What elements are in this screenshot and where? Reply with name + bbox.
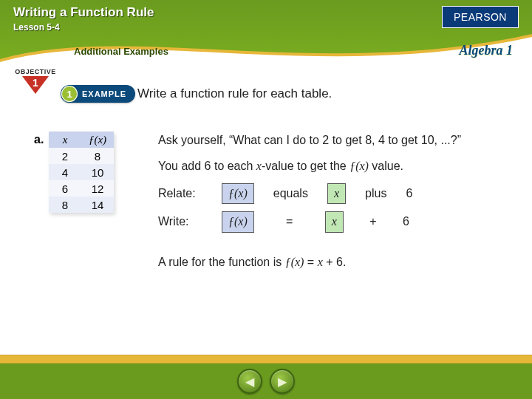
content-body: Ask yourself, “What can I do to 2 to get…: [158, 132, 510, 279]
relate-plus: plus: [365, 185, 386, 203]
footer: ◀ ▶: [0, 364, 532, 399]
write-x-box: x: [325, 211, 344, 233]
table-head-fx: ƒ(x): [81, 132, 114, 148]
example-number: 1: [61, 86, 78, 102]
write-equals: =: [273, 213, 306, 231]
next-button[interactable]: ▶: [270, 369, 295, 394]
course-title: Algebra 1: [459, 43, 513, 58]
example-label: EXAMPLE: [82, 89, 126, 98]
table-row: 410: [49, 164, 114, 180]
additional-examples-label: Additional Examples: [74, 46, 168, 57]
write-const: 6: [403, 213, 409, 231]
example-pill: 1 EXAMPLE: [61, 85, 135, 103]
chevron-right-icon: ▶: [278, 375, 287, 389]
part-label: a.: [34, 133, 44, 146]
lesson-label: Lesson 5-4: [13, 22, 60, 33]
rule-line: A rule for the function is ƒ(x) = x + 6.: [158, 253, 510, 272]
table-row: 814: [49, 197, 114, 213]
function-table: x ƒ(x) 28 410 612 814: [49, 132, 114, 213]
table-row: 612: [49, 180, 114, 197]
write-plus: +: [363, 213, 383, 231]
write-fx-box: ƒ(x): [222, 211, 254, 233]
table-head-x: x: [49, 132, 81, 148]
objective-number: 1: [31, 77, 40, 89]
bottom-divider: [0, 355, 532, 364]
chevron-left-icon: ◀: [245, 375, 254, 389]
objective-label: OBJECTIVE: [13, 68, 58, 75]
relate-x-box: x: [327, 183, 346, 205]
prev-button[interactable]: ◀: [237, 369, 262, 394]
relate-equals: equals: [273, 185, 308, 203]
write-row: Write: ƒ(x) = x + 6: [158, 211, 510, 233]
relate-fx-box: ƒ(x): [222, 183, 254, 205]
triangle-icon: 1: [22, 76, 49, 94]
ask-line: Ask yourself, “What can I do to 2 to get…: [158, 132, 510, 150]
header: Writing a Function Rule Lesson 5-4 Addit…: [0, 0, 532, 62]
publisher-logo: PEARSON: [442, 6, 519, 28]
relate-const: 6: [406, 185, 412, 203]
table-row: 28: [49, 148, 114, 164]
page-title: Writing a Function Rule: [13, 5, 154, 20]
relate-label: Relate:: [158, 185, 202, 203]
relate-row: Relate: ƒ(x) equals x plus 6: [158, 183, 510, 205]
objective-badge: OBJECTIVE 1: [13, 68, 58, 94]
write-label: Write:: [158, 213, 202, 231]
example-prompt: Write a function rule for each table.: [137, 86, 332, 101]
explain-line: You add 6 to each x-value to get the ƒ(x…: [158, 157, 510, 176]
